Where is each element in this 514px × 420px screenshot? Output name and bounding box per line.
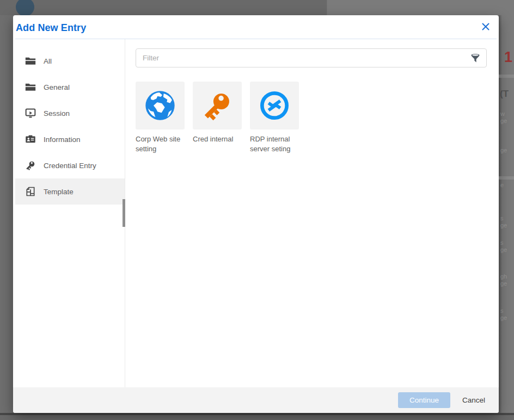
- cancel-button[interactable]: Cancel: [462, 396, 485, 404]
- filter-field: [136, 48, 487, 67]
- modal-shadow: [0, 413, 514, 415]
- filter-input[interactable]: [136, 49, 486, 67]
- background-text-fragment: ge: [500, 246, 507, 253]
- template-icon: [25, 186, 36, 197]
- template-item-corp-web-site[interactable]: Corp Web site setting: [136, 82, 185, 154]
- background-text-fragment: ge: [500, 147, 507, 153]
- template-tile: [136, 82, 185, 129]
- background-header-right: [327, 0, 514, 15]
- sidebar-item-general[interactable]: General: [15, 74, 125, 100]
- template-name: RDP internal server seting: [250, 134, 299, 154]
- filter-funnel-icon[interactable]: [470, 53, 481, 64]
- background-text-fragment: s: [500, 215, 504, 221]
- sidebar-scrollbar-thumb[interactable]: [123, 199, 125, 227]
- background-text-fragment: ge: [500, 222, 507, 228]
- sidebar-item-label: General: [44, 83, 70, 91]
- close-button[interactable]: [478, 19, 493, 34]
- id-card-icon: [25, 134, 36, 145]
- dialog-title: Add New Entry: [16, 22, 86, 34]
- sidebar-item-label: Session: [44, 109, 70, 118]
- close-icon: [481, 22, 490, 31]
- background-section-edge: [499, 176, 514, 180]
- background-text-fragment: gh: [500, 273, 507, 280]
- background-content-strip: 1 (T w ge ge e s ge s ge gh ge s ge: [499, 15, 514, 413]
- background-text-fragment: ge: [500, 118, 507, 124]
- dialog-body: All General Session Information: [13, 39, 499, 387]
- background-bottom: [0, 413, 514, 420]
- template-name: Cred internal: [193, 134, 242, 144]
- key-icon: [25, 160, 36, 171]
- background-text-fragment: (T: [500, 89, 509, 100]
- sidebar-item-information[interactable]: Information: [15, 126, 125, 152]
- sidebar-item-credential-entry[interactable]: Credential Entry: [15, 152, 125, 178]
- dialog-header: Add New Entry: [13, 15, 499, 39]
- background-text-fragment: ge: [500, 280, 507, 287]
- sidebar-item-label: Information: [44, 135, 81, 144]
- sidebar-item-session[interactable]: Session: [15, 100, 125, 126]
- sidebar-item-all[interactable]: All: [15, 48, 125, 74]
- monitor-play-icon: [25, 108, 36, 119]
- template-tile: [193, 82, 242, 129]
- background-text-fragment: ge: [500, 314, 507, 321]
- sidebar-item-label: All: [44, 57, 52, 65]
- template-item-rdp-internal[interactable]: RDP internal server seting: [250, 82, 299, 154]
- background-text-fragment: e: [500, 182, 504, 188]
- rdp-icon: [257, 88, 292, 123]
- folder-icon: [25, 82, 36, 92]
- key-icon: [201, 89, 234, 122]
- category-sidebar: All General Session Information: [13, 39, 125, 387]
- continue-button[interactable]: Continue: [398, 392, 450, 408]
- template-tile: [250, 82, 299, 129]
- background-section-edge: [499, 75, 514, 78]
- background-text-fragment: s: [500, 307, 504, 314]
- template-name: Corp Web site setting: [136, 134, 185, 154]
- sidebar-item-label: Credential Entry: [44, 162, 96, 170]
- template-item-cred-internal[interactable]: Cred internal: [193, 82, 242, 154]
- folder-icon: [25, 55, 36, 66]
- template-list: Corp Web site setting Cred internal: [136, 82, 487, 154]
- template-content: Corp Web site setting Cred internal: [125, 39, 499, 387]
- globe-icon: [143, 88, 178, 123]
- sidebar-item-template[interactable]: Template: [15, 178, 125, 205]
- sidebar-item-label: Template: [44, 188, 74, 196]
- dialog-footer: Continue Cancel: [13, 387, 499, 413]
- background-text-fragment: w: [500, 110, 505, 117]
- notification-count: 1: [504, 49, 512, 66]
- add-new-entry-dialog: Add New Entry All General: [13, 15, 499, 413]
- background-header-left: [0, 0, 327, 15]
- background-text-fragment: s: [500, 239, 504, 246]
